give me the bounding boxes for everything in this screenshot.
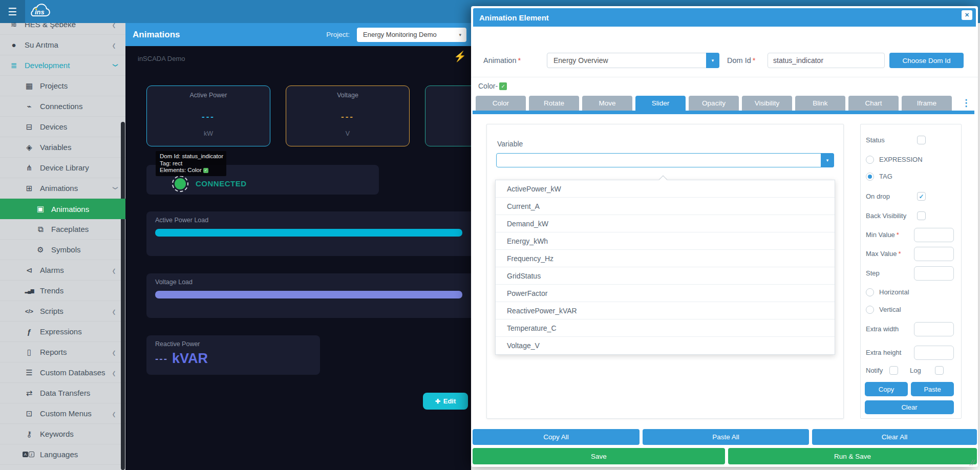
- sidebar-item-variables[interactable]: ◈Variables: [0, 137, 125, 158]
- sidebar-item-keywords[interactable]: ⚷Keywords: [0, 424, 125, 444]
- option-demand-kw[interactable]: Demand_kW: [496, 215, 835, 232]
- tab-chart[interactable]: Chart: [848, 96, 899, 111]
- sidebar-item-reports[interactable]: ▯Reports‹: [0, 342, 125, 362]
- edit-button[interactable]: ✚ Edit: [423, 393, 468, 410]
- step-input[interactable]: [914, 266, 954, 281]
- connected-status: CONNECTED: [196, 179, 247, 188]
- close-button[interactable]: ✕: [962, 10, 972, 20]
- app-root: { "ui": {"chevron":"‹","dots":"⋮","caret…: [0, 0, 980, 470]
- tab-blink[interactable]: Blink: [795, 96, 845, 111]
- voltage-card[interactable]: Voltage --- V: [286, 86, 410, 146]
- clear-button[interactable]: Clear: [865, 400, 954, 414]
- sidebar-item-symbols[interactable]: ⚙Symbols: [0, 240, 125, 260]
- status-indicator-circle[interactable]: [175, 178, 186, 189]
- resize-handle[interactable]: ╱╱: [970, 460, 974, 465]
- project-select[interactable]: Energy Monitoring Demo ▾: [357, 28, 466, 42]
- voltage-load-card[interactable]: Voltage Load: [146, 273, 471, 318]
- min-value-input[interactable]: [914, 228, 954, 242]
- sidebar-item-custom-databases[interactable]: ☰Custom Databases‹: [0, 362, 125, 383]
- sidebar-item-animations[interactable]: ▣Animations: [0, 199, 125, 219]
- choose-dom-id-button[interactable]: Choose Dom Id: [889, 53, 964, 68]
- back-visibility-checkbox[interactable]: [917, 211, 926, 220]
- sidebar-item-devices[interactable]: ⊟Devices: [0, 117, 125, 137]
- tab-color[interactable]: Color: [476, 96, 526, 111]
- vertical-radio[interactable]: [866, 306, 874, 314]
- sidebar-item-expressions[interactable]: ƒExpressions: [0, 322, 125, 342]
- tab-visibility[interactable]: Visibility: [742, 96, 792, 111]
- tab-rotate[interactable]: Rotate: [529, 96, 579, 111]
- sidebar-item-alarms[interactable]: ⊲Alarms‹: [0, 260, 125, 281]
- option-reactivepower-kvar[interactable]: ReactivePower_kVAR: [496, 302, 835, 319]
- caret-down-icon: ▾: [459, 32, 461, 37]
- code-icon: </>: [23, 308, 36, 314]
- sidebar-item-development[interactable]: ≣Development‹: [0, 55, 125, 76]
- tab-slider[interactable]: Slider: [635, 96, 686, 111]
- menu-toggle[interactable]: ☰: [0, 0, 25, 23]
- more-tabs-button[interactable]: ⋮: [962, 97, 971, 109]
- paste-button[interactable]: Paste: [911, 382, 954, 396]
- on-drop-checkbox[interactable]: ✓: [917, 192, 926, 201]
- sidebar-item-languages[interactable]: AzLanguages: [0, 444, 125, 465]
- tag-label: TAG: [879, 173, 892, 180]
- run-and-save-button[interactable]: Run & Save: [728, 448, 977, 464]
- animation-select[interactable]: Energy Overview ▾: [547, 53, 719, 68]
- sidebar-item-projects[interactable]: ▦Projects: [0, 76, 125, 96]
- copy-all-button[interactable]: Copy All: [473, 429, 640, 445]
- sidebar-item-label: Projects: [40, 81, 68, 90]
- active-power-load-card[interactable]: Active Power Load: [146, 211, 471, 256]
- select-caret-button[interactable]: ▾: [706, 53, 719, 68]
- sidebar-item-device-library[interactable]: ⋔Device Library: [0, 158, 125, 178]
- active-power-load-bar: [155, 229, 462, 237]
- combobox-caret-button[interactable]: ▾: [821, 153, 834, 167]
- chevron-left-icon: ‹: [113, 304, 116, 318]
- extra-height-input[interactable]: [914, 346, 954, 360]
- dom-id-input[interactable]: [768, 53, 885, 68]
- log-checkbox[interactable]: [935, 366, 944, 375]
- copy-button[interactable]: Copy: [865, 382, 908, 396]
- max-value-input[interactable]: [914, 247, 954, 261]
- sidebar-item-custom-menus[interactable]: ⊡Custom Menus‹: [0, 403, 125, 424]
- option-powerfactor[interactable]: PowerFactor: [496, 285, 835, 302]
- clear-all-button[interactable]: Clear All: [812, 429, 977, 445]
- horizontal-radio[interactable]: [866, 288, 874, 296]
- sidebar-item-su-aritma[interactable]: ●Su Arıtma‹: [0, 35, 125, 55]
- sidebar-item-connections[interactable]: ⌁Connections: [0, 96, 125, 117]
- option-voltage-v[interactable]: Voltage_V: [496, 337, 835, 354]
- sidebar-item-trends[interactable]: ▂▄▆Trends: [0, 281, 125, 301]
- variable-input[interactable]: [497, 154, 819, 167]
- card-unit: V: [286, 130, 409, 137]
- option-current-a[interactable]: Current_A: [496, 198, 835, 215]
- paste-all-button[interactable]: Paste All: [643, 429, 809, 445]
- tab-opacity[interactable]: Opacity: [689, 96, 739, 111]
- partial-card[interactable]: [425, 86, 471, 146]
- notify-checkbox[interactable]: [889, 366, 898, 375]
- chevron-left-icon: ‹: [113, 365, 116, 380]
- save-button[interactable]: Save: [473, 448, 725, 464]
- tab-iframe[interactable]: Iframe: [902, 96, 952, 111]
- sidebar-item-scripts[interactable]: </>Scripts‹: [0, 301, 125, 322]
- sidebar-item-hes-sebeke[interactable]: ≋HES & Şebeke‹: [0, 23, 125, 35]
- sidebar-item-faceplates[interactable]: ⧉Faceplates: [0, 219, 125, 240]
- expression-radio[interactable]: [866, 156, 874, 164]
- slider-options-panel: Status EXPRESSION TAG On drop ✓ Back Vis…: [860, 124, 962, 419]
- status-checkbox[interactable]: [917, 136, 926, 144]
- log-label: Log: [910, 367, 921, 374]
- option-activepower-kw[interactable]: ActivePower_kW: [496, 180, 835, 198]
- option-energy-kwh[interactable]: Energy_kWh: [496, 232, 835, 250]
- reactive-dashes: ---: [155, 353, 168, 365]
- active-power-card[interactable]: Active Power --- kW: [146, 86, 270, 146]
- tag-radio[interactable]: [866, 173, 874, 181]
- sidebar-scrollbar[interactable]: [121, 122, 125, 470]
- sidebar-item-data-transfers[interactable]: ⇄Data Transfers: [0, 383, 125, 403]
- option-temperature-c[interactable]: Temperature_C: [496, 319, 835, 337]
- caret-down-icon: ▾: [712, 58, 714, 63]
- reactive-power-card[interactable]: Reactive Power --- kVAR: [146, 335, 320, 375]
- sidebar-item-label: HES & Şebeke: [25, 23, 76, 29]
- extra-width-input[interactable]: [914, 322, 954, 336]
- tab-move[interactable]: Move: [582, 96, 632, 111]
- option-frequency-hz[interactable]: Frequency_Hz: [496, 250, 835, 267]
- option-gridstatus[interactable]: GridStatus: [496, 267, 835, 285]
- key-icon: ⚷: [23, 430, 36, 439]
- sidebar-item-animations-group[interactable]: ⊞Animations‹: [0, 178, 125, 199]
- variable-combobox[interactable]: ▾: [496, 153, 834, 167]
